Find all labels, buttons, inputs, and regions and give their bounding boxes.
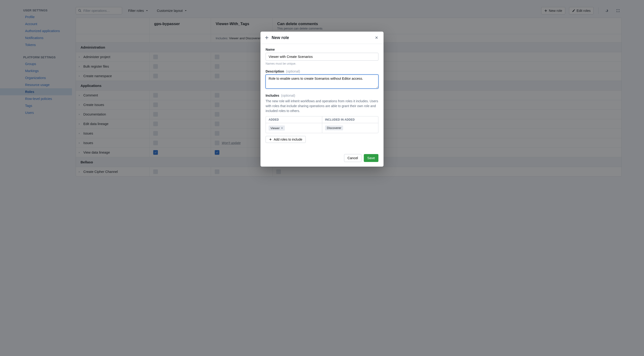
includes-description: The new role will inherit workflows and … [266, 99, 378, 113]
optional-label: (optional) [281, 94, 295, 97]
close-button[interactable] [374, 35, 379, 41]
add-roles-button[interactable]: Add roles to include [266, 136, 306, 143]
add-roles-label: Add roles to include [274, 138, 302, 141]
name-input[interactable] [266, 53, 378, 61]
name-help: Names must be unique. [266, 62, 378, 65]
tag-label: Viewer [270, 126, 280, 130]
close-icon [375, 36, 378, 39]
new-role-modal: New role Name Names must be unique. Desc… [260, 32, 384, 167]
plus-icon [269, 138, 272, 141]
description-label: Description [266, 70, 284, 73]
includes-label: Includes [266, 94, 279, 97]
role-tag: Discoverer [325, 126, 343, 130]
name-label: Name [266, 48, 378, 51]
optional-label: (optional) [286, 70, 300, 73]
modal-title: New role [272, 35, 371, 40]
cancel-button[interactable]: Cancel [344, 154, 362, 162]
save-button[interactable]: Save [364, 154, 378, 162]
tag-label: Discoverer [327, 126, 341, 130]
includes-table: ADDED INCLUDED IN ADDED Viewer × Discove… [266, 116, 378, 133]
role-tag: Viewer × [268, 126, 285, 131]
remove-tag-button[interactable]: × [281, 126, 283, 130]
plus-icon [265, 36, 269, 40]
added-header: ADDED [266, 116, 322, 123]
included-header: INCLUDED IN ADDED [322, 116, 378, 123]
description-textarea[interactable] [266, 75, 378, 89]
